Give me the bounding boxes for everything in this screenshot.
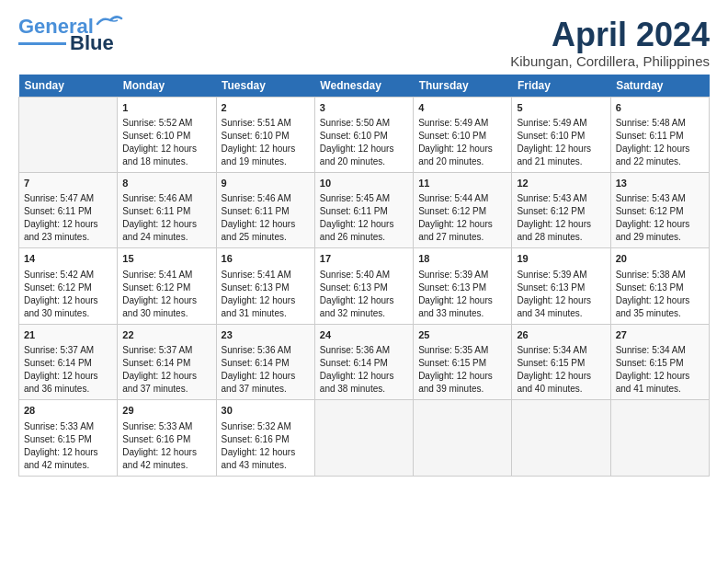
cell-text: Daylight: 12 hours xyxy=(320,143,408,155)
calendar-cell: 4Sunrise: 5:49 AMSunset: 6:10 PMDaylight… xyxy=(414,97,512,172)
calendar-subtitle: Kibungan, Cordillera, Philippines xyxy=(510,53,710,69)
day-number: 29 xyxy=(122,404,210,418)
header-thursday: Thursday xyxy=(414,75,512,98)
calendar-cell: 18Sunrise: 5:39 AMSunset: 6:13 PMDayligh… xyxy=(414,248,512,324)
cell-text: Daylight: 12 hours xyxy=(222,218,310,231)
day-number: 8 xyxy=(122,177,210,190)
cell-text: Sunset: 6:13 PM xyxy=(517,282,605,294)
calendar-cell: 16Sunrise: 5:41 AMSunset: 6:13 PMDayligh… xyxy=(216,248,314,324)
cell-text: Daylight: 12 hours xyxy=(517,294,605,307)
day-number: 13 xyxy=(616,177,704,190)
logo: General Blue xyxy=(18,17,123,53)
header-tuesday: Tuesday xyxy=(216,75,314,98)
cell-text: Sunset: 6:13 PM xyxy=(616,282,704,294)
cell-text: Sunset: 6:12 PM xyxy=(122,282,210,294)
day-number: 16 xyxy=(222,252,310,266)
cell-text: Sunset: 6:15 PM xyxy=(616,357,704,370)
day-number: 26 xyxy=(517,328,605,342)
cell-text: and 37 minutes. xyxy=(122,383,210,396)
cell-text: Daylight: 12 hours xyxy=(517,143,605,155)
cell-text: Daylight: 12 hours xyxy=(320,218,408,231)
cell-text: Sunrise: 5:40 AM xyxy=(320,269,408,282)
cell-text: Daylight: 12 hours xyxy=(418,143,506,155)
cell-text: and 38 minutes. xyxy=(320,383,408,396)
header: General Blue April 2024 Kibungan, Cordil… xyxy=(18,17,710,69)
day-number: 10 xyxy=(320,177,408,190)
week-row-1: 1Sunrise: 5:52 AMSunset: 6:10 PMDaylight… xyxy=(19,97,710,172)
cell-text: Daylight: 12 hours xyxy=(122,370,210,383)
cell-text: Daylight: 12 hours xyxy=(24,218,112,231)
calendar-cell xyxy=(414,400,512,476)
cell-text: Sunrise: 5:51 AM xyxy=(222,117,310,130)
header-saturday: Saturday xyxy=(610,75,709,98)
cell-text: Sunset: 6:10 PM xyxy=(517,130,605,143)
calendar-cell: 1Sunrise: 5:52 AMSunset: 6:10 PMDaylight… xyxy=(118,97,216,172)
cell-text: and 35 minutes. xyxy=(616,307,704,320)
cell-text: and 23 minutes. xyxy=(24,231,112,244)
cell-text: Sunset: 6:11 PM xyxy=(222,205,310,218)
cell-text: Sunrise: 5:32 AM xyxy=(222,420,310,433)
cell-text: and 29 minutes. xyxy=(616,231,704,244)
cell-text: Sunrise: 5:47 AM xyxy=(24,192,112,205)
cell-text: Sunrise: 5:34 AM xyxy=(616,344,704,357)
cell-text: Sunset: 6:12 PM xyxy=(24,282,112,294)
cell-text: Sunrise: 5:46 AM xyxy=(222,192,310,205)
cell-text: Daylight: 12 hours xyxy=(24,446,112,459)
calendar-cell xyxy=(512,400,610,476)
cell-text: and 28 minutes. xyxy=(517,231,605,244)
cell-text: Sunrise: 5:48 AM xyxy=(616,117,704,130)
cell-text: Sunset: 6:12 PM xyxy=(418,205,506,218)
day-number: 18 xyxy=(418,252,506,266)
cell-text: and 40 minutes. xyxy=(517,383,605,396)
cell-text: and 43 minutes. xyxy=(222,459,310,472)
cell-text: Sunset: 6:16 PM xyxy=(122,433,210,446)
day-number: 22 xyxy=(122,328,210,342)
day-number: 9 xyxy=(222,177,310,190)
cell-text: Sunset: 6:14 PM xyxy=(24,357,112,370)
cell-text: and 31 minutes. xyxy=(222,307,310,320)
calendar-cell: 12Sunrise: 5:43 AMSunset: 6:12 PMDayligh… xyxy=(512,172,610,247)
cell-text: and 42 minutes. xyxy=(24,459,112,472)
cell-text: Daylight: 12 hours xyxy=(517,370,605,383)
cell-text: Daylight: 12 hours xyxy=(222,446,310,459)
calendar-cell: 7Sunrise: 5:47 AMSunset: 6:11 PMDaylight… xyxy=(19,172,118,247)
cell-text: Sunset: 6:15 PM xyxy=(517,357,605,370)
day-number: 7 xyxy=(24,177,112,190)
day-number: 28 xyxy=(24,404,112,418)
cell-text: Sunset: 6:11 PM xyxy=(122,205,210,218)
day-number: 2 xyxy=(222,101,310,115)
calendar-cell: 13Sunrise: 5:43 AMSunset: 6:12 PMDayligh… xyxy=(610,172,709,247)
header-wednesday: Wednesday xyxy=(314,75,413,98)
title-block: April 2024 Kibungan, Cordillera, Philipp… xyxy=(510,17,710,69)
day-number: 3 xyxy=(320,101,408,115)
cell-text: Sunrise: 5:43 AM xyxy=(616,192,704,205)
cell-text: Sunset: 6:14 PM xyxy=(222,357,310,370)
cell-text: Sunrise: 5:45 AM xyxy=(320,192,408,205)
cell-text: and 37 minutes. xyxy=(222,383,310,396)
day-number: 19 xyxy=(517,252,605,266)
calendar-page: General Blue April 2024 Kibungan, Cordil… xyxy=(0,0,728,563)
calendar-header-row: SundayMondayTuesdayWednesdayThursdayFrid… xyxy=(19,75,710,98)
cell-text: Sunset: 6:10 PM xyxy=(320,130,408,143)
cell-text: Sunrise: 5:41 AM xyxy=(222,269,310,282)
calendar-cell: 20Sunrise: 5:38 AMSunset: 6:13 PMDayligh… xyxy=(610,248,709,324)
cell-text: Sunrise: 5:35 AM xyxy=(418,344,506,357)
day-number: 25 xyxy=(418,328,506,342)
cell-text: Sunrise: 5:42 AM xyxy=(24,269,112,282)
day-number: 12 xyxy=(517,177,605,190)
cell-text: Sunset: 6:10 PM xyxy=(122,130,210,143)
cell-text: Sunrise: 5:46 AM xyxy=(122,192,210,205)
day-number: 14 xyxy=(24,252,112,266)
calendar-cell: 10Sunrise: 5:45 AMSunset: 6:11 PMDayligh… xyxy=(314,172,413,247)
cell-text: Sunrise: 5:37 AM xyxy=(24,344,112,357)
cell-text: Sunrise: 5:52 AM xyxy=(122,117,210,130)
cell-text: and 19 minutes. xyxy=(222,155,310,168)
calendar-cell: 24Sunrise: 5:36 AMSunset: 6:14 PMDayligh… xyxy=(314,324,413,399)
day-number: 20 xyxy=(616,252,704,266)
calendar-table: SundayMondayTuesdayWednesdayThursdayFrid… xyxy=(18,75,710,477)
cell-text: and 30 minutes. xyxy=(122,307,210,320)
day-number: 11 xyxy=(418,177,506,190)
cell-text: Sunset: 6:13 PM xyxy=(222,282,310,294)
cell-text: Sunrise: 5:38 AM xyxy=(616,269,704,282)
cell-text: Sunrise: 5:33 AM xyxy=(24,420,112,433)
